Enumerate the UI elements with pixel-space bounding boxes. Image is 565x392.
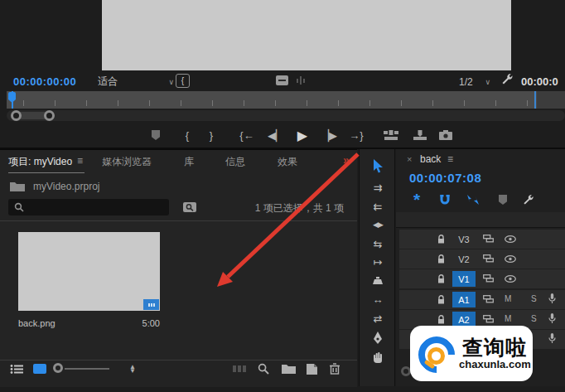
selection-tool[interactable] bbox=[360, 157, 396, 174]
lock-icon[interactable] bbox=[437, 274, 445, 283]
chevron-down-icon: ∨ bbox=[485, 78, 490, 86]
clear-trash-button[interactable] bbox=[326, 362, 343, 375]
sync-lock-icon[interactable] bbox=[483, 295, 494, 303]
rate-stretch-tool[interactable]: ↦ bbox=[360, 254, 396, 270]
lock-icon[interactable] bbox=[437, 254, 445, 264]
timeline-ruler[interactable] bbox=[396, 212, 565, 228]
track-target-v1[interactable]: V1 bbox=[452, 271, 476, 287]
tab-effects[interactable]: 效果 bbox=[278, 155, 297, 169]
clip-thumbnail[interactable] bbox=[18, 232, 160, 311]
mute-button[interactable]: M bbox=[505, 294, 511, 303]
monitor-time-ruler[interactable] bbox=[7, 91, 565, 109]
monitor-settings-wrench-icon[interactable] bbox=[500, 73, 514, 86]
sync-lock-icon[interactable] bbox=[483, 254, 494, 263]
new-bin-button[interactable] bbox=[280, 362, 297, 375]
slip-tool[interactable]: ↔ bbox=[360, 291, 396, 307]
lock-icon[interactable] bbox=[437, 235, 445, 244]
eye-icon[interactable] bbox=[505, 235, 516, 243]
mic-icon[interactable] bbox=[548, 313, 556, 324]
zoom-handle-left[interactable] bbox=[11, 110, 22, 121]
play-button[interactable]: ▶ bbox=[292, 125, 313, 145]
sort-diamond-icon: ▲▼ bbox=[129, 365, 136, 373]
marker-icon bbox=[499, 195, 507, 205]
sort-icons-button[interactable]: ▲▼ bbox=[124, 362, 141, 375]
overwrite-button[interactable] bbox=[409, 125, 431, 145]
mic-icon[interactable] bbox=[548, 293, 556, 304]
hand-tool[interactable] bbox=[360, 349, 396, 365]
snap-button[interactable] bbox=[436, 192, 454, 207]
mute-button[interactable]: M bbox=[505, 314, 511, 323]
sync-lock-icon[interactable] bbox=[483, 315, 494, 323]
rolling-edit-tool[interactable]: ⇆ bbox=[360, 235, 396, 252]
goto-in-button[interactable]: {← bbox=[236, 125, 258, 145]
timeline-settings-wrench-icon[interactable] bbox=[519, 192, 537, 207]
step-forward-button[interactable]: ▕▶ bbox=[318, 125, 340, 145]
panel-close-icon[interactable]: × bbox=[407, 154, 412, 164]
eye-icon[interactable] bbox=[505, 275, 516, 283]
goto-out-button[interactable]: →} bbox=[345, 125, 367, 145]
track-target-v2[interactable]: V2 bbox=[452, 251, 476, 267]
add-marker-button[interactable] bbox=[145, 125, 167, 145]
playback-resolution-select[interactable]: 1/2 ∨ bbox=[431, 75, 490, 89]
sync-lock-icon[interactable] bbox=[483, 235, 494, 243]
tab-info[interactable]: 信息 bbox=[225, 155, 245, 169]
ripple-edit-tool[interactable]: ◀▶ bbox=[360, 216, 396, 233]
razor-tool[interactable] bbox=[360, 273, 396, 289]
search-box[interactable] bbox=[8, 199, 169, 215]
track-select-forward-tool[interactable]: ⇉ bbox=[360, 179, 396, 196]
insert-as-nest-button[interactable]: * bbox=[408, 192, 426, 207]
tab-overflow-icon[interactable]: » bbox=[343, 153, 350, 167]
find-button[interactable] bbox=[255, 362, 272, 375]
monitor-settings-button[interactable]: { bbox=[176, 74, 190, 88]
monitor-current-timecode[interactable]: 00:00:00:00 bbox=[13, 75, 76, 88]
mark-in-button[interactable]: { bbox=[176, 125, 198, 145]
track-row-v1[interactable]: V1 bbox=[399, 269, 565, 288]
eye-icon[interactable] bbox=[505, 255, 516, 263]
panel-menu-icon[interactable]: ≡ bbox=[77, 155, 83, 167]
icon-view-button[interactable] bbox=[31, 362, 48, 375]
mic-icon[interactable] bbox=[548, 333, 556, 344]
zoom-handle-right[interactable] bbox=[44, 110, 55, 121]
tab-libraries[interactable]: 库 bbox=[184, 155, 194, 169]
pen-tool[interactable] bbox=[360, 329, 396, 346]
icon-view-icon bbox=[33, 364, 46, 374]
clip-name[interactable]: back.png bbox=[18, 318, 56, 328]
solo-button[interactable]: S bbox=[531, 314, 537, 323]
tab-media-browser[interactable]: 媒体浏览器 bbox=[102, 155, 152, 169]
thumbnail-zoom-slider-handle[interactable] bbox=[53, 363, 63, 373]
sync-lock-icon[interactable] bbox=[483, 274, 494, 283]
drag-video-only-icon[interactable] bbox=[276, 75, 288, 85]
lock-icon[interactable] bbox=[437, 295, 445, 304]
new-item-button[interactable] bbox=[303, 362, 320, 375]
project-items-area[interactable]: back.png 5:00 bbox=[0, 220, 357, 361]
find-in-bin-button[interactable] bbox=[179, 199, 200, 215]
monitor-zoom-scrollbar[interactable] bbox=[7, 110, 565, 121]
track-row-v2[interactable]: V2 bbox=[399, 249, 565, 269]
insert-button[interactable] bbox=[380, 125, 402, 145]
linked-selection-button[interactable] bbox=[464, 192, 482, 207]
step-back-button[interactable]: ◀▏ bbox=[265, 125, 287, 145]
track-row-v3[interactable]: V3 bbox=[399, 230, 565, 249]
panel-menu-icon[interactable]: ≡ bbox=[447, 153, 453, 165]
track-target-v3[interactable]: V3 bbox=[452, 231, 476, 247]
add-marker-button[interactable] bbox=[494, 192, 512, 207]
solo-button[interactable]: S bbox=[531, 294, 537, 303]
track-target-a1[interactable]: A1 bbox=[452, 292, 476, 307]
mark-out-button[interactable]: } bbox=[200, 125, 222, 145]
zoom-level-select[interactable]: 适合 ∨ bbox=[98, 75, 174, 89]
timeline-timecode[interactable]: 00:00:07:08 bbox=[409, 171, 481, 185]
track-select-backward-tool[interactable]: ⇇ bbox=[360, 198, 396, 215]
slide-tool[interactable]: ⇄ bbox=[360, 310, 396, 327]
tab-project[interactable]: 项目: myVideo bbox=[8, 155, 72, 169]
automate-to-sequence-button[interactable] bbox=[232, 362, 249, 375]
track-row-a1[interactable]: A1 M S bbox=[399, 290, 565, 309]
thumbnail-zoom-slider[interactable] bbox=[65, 368, 109, 370]
timeline-tab[interactable]: back bbox=[420, 153, 441, 165]
lock-icon[interactable] bbox=[437, 315, 445, 324]
list-view-button[interactable] bbox=[8, 362, 25, 375]
search-input[interactable] bbox=[28, 200, 168, 215]
export-frame-button[interactable] bbox=[435, 125, 456, 145]
project-file-name[interactable]: myVideo.prproj bbox=[33, 181, 99, 192]
active-tab-underline bbox=[8, 172, 85, 173]
drag-audio-only-icon[interactable] bbox=[297, 76, 310, 85]
